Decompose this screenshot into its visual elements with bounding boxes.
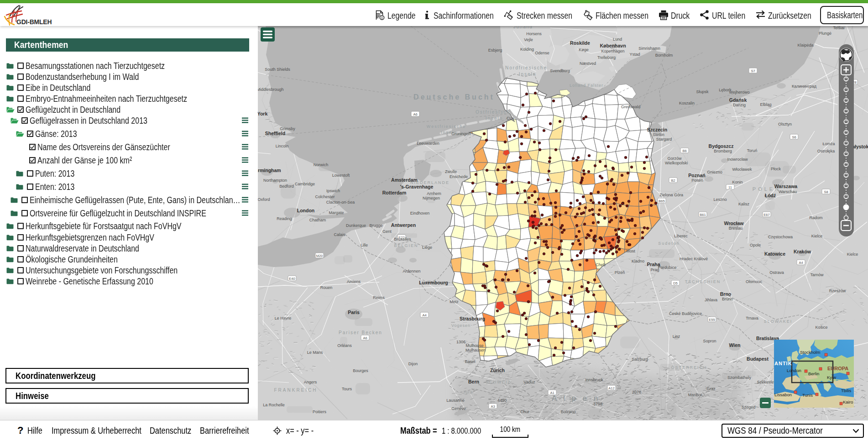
svg-text:Toruń: Toruń <box>747 148 758 153</box>
svg-text:Kairo: Kairo <box>843 399 853 404</box>
svg-text:Sheffield: Sheffield <box>265 131 285 136</box>
svg-text:E55: E55 <box>709 318 715 322</box>
svg-text:Greifswald: Greifswald <box>621 105 641 109</box>
svg-text:A4: A4 <box>422 313 426 317</box>
svg-text:Łomża: Łomża <box>822 142 835 146</box>
svg-text:Radom: Radom <box>809 215 822 220</box>
svg-text:Brünn: Brünn <box>722 297 733 301</box>
svg-text:Reading: Reading <box>277 216 292 221</box>
svg-text:Vogesen: Vogesen <box>451 323 471 328</box>
svg-text:11: 11 <box>728 185 732 189</box>
svg-text:Stettin: Stettin <box>653 132 664 137</box>
svg-text:Ostfriesisch: Ostfriesisch <box>476 110 510 115</box>
svg-text:Warschau: Warschau <box>779 189 797 194</box>
svg-text:ANTIK: ANTIK <box>774 361 792 366</box>
svg-text:Rotterdam: Rotterdam <box>382 190 407 195</box>
svg-text:BELGIEN: BELGIEN <box>394 243 418 248</box>
svg-text:Genève: Genève <box>451 406 466 411</box>
svg-text:Trnava: Trnava <box>746 316 758 320</box>
svg-text:Калининград: Калининград <box>792 84 817 89</box>
svg-text:Middlesbrough: Middlesbrough <box>258 87 284 92</box>
svg-text:1306: 1306 <box>456 340 465 344</box>
svg-text:Wrocław: Wrocław <box>724 220 744 226</box>
svg-text:Słupsk: Słupsk <box>696 89 709 94</box>
svg-text:Poznań: Poznań <box>688 173 705 178</box>
svg-text:Hradec Králové: Hradec Králové <box>680 257 708 261</box>
svg-text:E40: E40 <box>289 277 295 281</box>
svg-text:Pardubice: Pardubice <box>658 265 677 270</box>
svg-text:Næstved: Næstved <box>580 61 596 66</box>
svg-text:Wielkopolski: Wielkopolski <box>665 161 688 165</box>
svg-text:Stockholm: Stockholm <box>800 350 820 355</box>
svg-text:Wejherowo: Wejherowo <box>729 90 750 94</box>
svg-text:Rzeszów: Rzeszów <box>829 289 846 293</box>
svg-text:B6: B6 <box>682 149 686 153</box>
svg-text:Cheb: Cheb <box>596 262 606 267</box>
svg-text:Mulhausen: Mulhausen <box>465 348 486 352</box>
svg-text:Mulhouse: Mulhouse <box>465 343 483 348</box>
svg-text:Innsbruck: Innsbruck <box>585 378 603 382</box>
svg-text:Gorzów: Gorzów <box>667 156 682 161</box>
svg-text:Olomouc: Olomouc <box>746 279 763 284</box>
svg-text:Szczecin: Szczecin <box>647 127 667 132</box>
svg-text:Tbilis: Tbilis <box>841 388 851 393</box>
svg-text:Katowice: Katowice <box>764 251 785 257</box>
svg-text:Klaipėda: Klaipėda <box>797 43 813 47</box>
svg-text:Jura: Jura <box>463 390 473 394</box>
svg-text:'s-Gravenhage: 's-Gravenhage <box>400 184 434 189</box>
svg-text:Bydgoszcz: Bydgoszcz <box>709 143 734 149</box>
svg-text:Chatham: Chatham <box>309 218 326 222</box>
svg-text:Tours: Tours <box>342 387 352 391</box>
svg-text:Bromberg: Bromberg <box>714 149 732 153</box>
svg-text:Deutsche Bucht: Deutsche Bucht <box>413 93 495 101</box>
svg-text:Inseln: Inseln <box>486 116 503 121</box>
svg-text:Nijmegen: Nijmegen <box>423 196 440 200</box>
svg-text:London: London <box>787 368 801 373</box>
svg-text:Salzburg: Salzburg <box>632 357 648 362</box>
svg-text:Łódź: Łódź <box>765 193 776 198</box>
svg-text:Angers: Angers <box>304 380 317 384</box>
svg-text:Tunis: Tunis <box>802 393 813 398</box>
svg-text:GDI-BMLEH: GDI-BMLEH <box>16 18 52 26</box>
svg-text:London: London <box>297 208 314 213</box>
svg-text:Sopron: Sopron <box>703 339 716 343</box>
svg-text:Paris: Paris <box>348 310 360 315</box>
svg-text:Clacton-on-Sea: Clacton-on-Sea <box>326 200 355 205</box>
svg-text:Northampton: Northampton <box>263 178 287 183</box>
svg-text:A4: A4 <box>799 261 803 265</box>
svg-text:Zielona Góra: Zielona Góra <box>659 193 683 197</box>
svg-text:Liberec: Liberec <box>674 234 688 238</box>
svg-text:Bourges: Bourges <box>353 368 368 373</box>
svg-text:Kielce: Kielce <box>847 252 858 257</box>
svg-text:Cambridge: Cambridge <box>295 182 315 186</box>
svg-text:B61: B61 <box>700 213 706 217</box>
svg-text:A3: A3 <box>491 404 495 409</box>
svg-text:Lund: Lund <box>613 37 622 42</box>
svg-text:Berlin: Berlin <box>808 371 819 376</box>
svg-text:Ardennen: Ardennen <box>403 269 420 273</box>
svg-text:Vaduz: Vaduz <box>524 380 535 384</box>
svg-text:Birmingham: Birmingham <box>258 168 281 173</box>
svg-text:ÖSTERREICH: ÖSTERREICH <box>671 365 707 370</box>
svg-text:B2: B2 <box>671 178 675 183</box>
svg-text:D5: D5 <box>673 281 678 285</box>
svg-text:Poitiers: Poitiers <box>313 410 327 414</box>
svg-text:Breslau: Breslau <box>729 226 743 231</box>
svg-text:Trelleborg: Trelleborg <box>597 55 616 60</box>
svg-text:Antwerpen: Antwerpen <box>391 222 416 228</box>
svg-text:Kielce: Kielce <box>811 234 823 238</box>
svg-text:Koszalin: Koszalin <box>679 101 695 105</box>
svg-text:Reims: Reims <box>373 295 385 300</box>
svg-text:Lolland Falster: Lolland Falster <box>570 83 603 88</box>
svg-text:Eindhoven: Eindhoven <box>410 211 430 215</box>
svg-text:Kalisz: Kalisz <box>738 202 750 206</box>
svg-text:2076: 2076 <box>632 390 641 394</box>
svg-text:Szombathely: Szombathely <box>727 375 752 380</box>
svg-text:Basel: Basel <box>465 359 476 364</box>
svg-text:SLOWAKEI: SLOWAKEI <box>764 319 793 324</box>
svg-text:TSCHECHIEN: TSCHECHIEN <box>685 279 721 284</box>
svg-text:SCHWEIZ: SCHWEIZ <box>486 380 511 384</box>
svg-text:Stargard: Stargard <box>656 137 672 142</box>
svg-text:South Shields: South Shields <box>265 67 290 72</box>
svg-text:Most: Most <box>626 249 635 253</box>
